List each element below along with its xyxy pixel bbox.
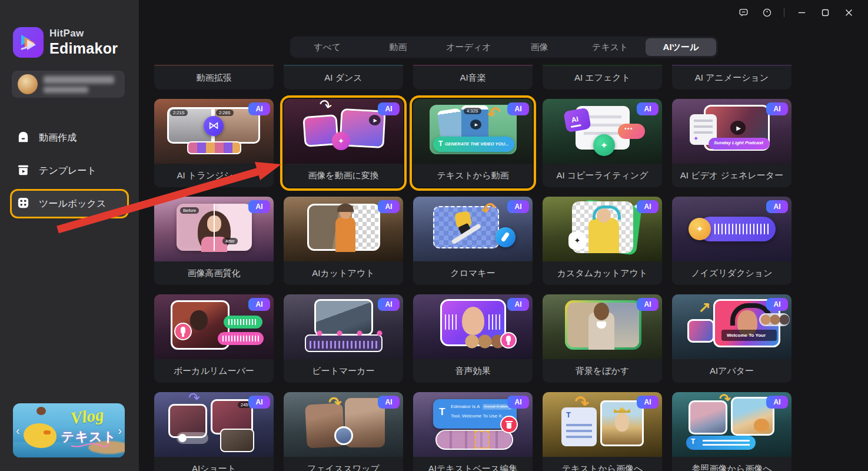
tool-label: AIテキストベース編集	[413, 457, 533, 471]
tool-card-beat-marker[interactable]: AIビートマーカー	[284, 294, 403, 383]
tab-オーディオ[interactable]: オーディオ	[433, 38, 504, 56]
ai-badge: AI	[507, 396, 529, 409]
thumb-art	[500, 332, 517, 349]
promo-prev-button[interactable]: ‹	[16, 424, 20, 436]
ai-badge: AI	[766, 200, 788, 213]
thumb-text-t1: Sunday Light Podcast	[714, 140, 763, 146]
tab-画像[interactable]: 画像	[504, 38, 575, 56]
tool-label: AI音楽	[413, 66, 533, 89]
record-circle-icon[interactable]	[758, 5, 776, 20]
tool-card-ai-avatar[interactable]: Welcome To YourAIAIアバター	[672, 294, 791, 383]
tools-grid: AI動画拡張AIAI ダンスAIAI音楽AIAI エフェクトAIAI アニメーシ…	[154, 65, 868, 471]
thumb-text-t1: AI	[571, 115, 579, 125]
sidebar-item-toolbox[interactable]: ツールボックス	[12, 191, 127, 217]
tool-thumbnail: AI	[284, 99, 403, 164]
close-icon[interactable]	[840, 5, 857, 20]
sidebar-item-video-create[interactable]: 動画作成	[12, 125, 127, 151]
tool-card-ai-transition[interactable]: 2:21S2:26SAIAI トランジション	[154, 99, 274, 187]
tool-thumbnail: AI	[543, 392, 662, 457]
thumb-text-t1: Welcome To Your	[727, 333, 766, 339]
tool-card-image-enhance[interactable]: BeforeAfterAI画像高画質化	[154, 197, 274, 285]
tool-label: AI コピーライティング	[543, 164, 662, 187]
thumb-art	[328, 393, 342, 412]
tool-card-ref-image-to-image[interactable]: AI参照画像から画像へ	[672, 392, 791, 471]
tool-card-ai-music[interactable]: AIAI音楽	[413, 65, 533, 89]
ai-badge: AI	[507, 298, 529, 311]
tool-card-ai-copywriting[interactable]: AI•••AIAI コピーライティング	[543, 99, 662, 187]
tool-card-video-extend[interactable]: AI動画拡張	[154, 65, 274, 89]
tool-card-ai-video-generator[interactable]: Sunday Light PodcastAIAI ビデオ ジェネレーター	[672, 99, 791, 187]
tool-thumbnail: Edimakor Is AGood EditingTool, Welcome T…	[413, 392, 533, 457]
ai-badge: AI	[637, 298, 659, 311]
duck-beak	[44, 430, 51, 434]
tab-動画[interactable]: 動画	[363, 38, 433, 56]
brand-company: HitPaw	[49, 28, 118, 39]
tool-card-ai-dance[interactable]: AIAI ダンス	[284, 65, 403, 89]
tool-thumbnail: AI	[672, 392, 791, 457]
tool-card-text-to-image[interactable]: AIテキストから画像へ	[543, 392, 662, 471]
tool-card-ai-short[interactable]: 245AIAIショート	[154, 392, 274, 471]
tab-すべて[interactable]: すべて	[292, 38, 363, 56]
tool-card-blur-background[interactable]: AI背景をぼかす	[543, 294, 662, 383]
ai-badge: AI	[378, 200, 400, 213]
tool-label: カスタムカットアウト	[543, 261, 662, 285]
maximize-icon[interactable]	[816, 5, 834, 20]
tool-label: AI アニメーション	[672, 66, 791, 89]
toolbox-icon	[16, 196, 30, 212]
promo-next-button[interactable]: ›	[118, 424, 122, 436]
tool-thumbnail: 4:32SGENERATE THE VIDEO YOU...AI	[413, 99, 533, 164]
thumb-art	[218, 332, 264, 345]
thumb-art	[488, 314, 503, 330]
tool-label: 画像高画質化	[154, 261, 274, 285]
tool-thumbnail: AI	[413, 197, 533, 261]
tool-label: AI ビデオ ジェネレーター	[672, 164, 791, 187]
sidebar-item-templates[interactable]: テンプレート	[12, 158, 127, 184]
ai-badge: AI	[766, 396, 788, 409]
tool-label: ボーカルリムーバー	[154, 359, 274, 383]
thumb-art	[561, 407, 597, 446]
thumb-art	[495, 227, 516, 247]
tool-card-chroma-key[interactable]: AIクロマキー	[413, 197, 533, 285]
tool-card-ai-effect[interactable]: AIAI エフェクト	[543, 65, 662, 89]
tool-label: AIショート	[154, 457, 274, 471]
tool-label: 参照画像から画像へ	[672, 457, 791, 471]
tool-card-text-to-video[interactable]: 4:32SGENERATE THE VIDEO YOU...AIテキストから動画	[413, 99, 533, 187]
tool-card-sound-effect[interactable]: AI音声効果	[413, 294, 533, 383]
promo-banner[interactable]: Vlog テキスト ‹ ›	[13, 403, 125, 457]
titlebar-divider	[784, 8, 784, 17]
thumb-art	[335, 217, 355, 252]
tool-card-custom-cutout[interactable]: AIカスタムカットアウト	[543, 197, 662, 285]
tool-card-face-swap[interactable]: AIフェイススワップ	[284, 392, 403, 471]
tab-bar: すべて動画オーディオ画像テキストAIツール	[290, 37, 718, 58]
tool-card-noise-reduction[interactable]: AIノイズリダクション	[672, 197, 791, 285]
tool-label: AIアバター	[672, 359, 791, 383]
tab-AIツール[interactable]: AIツール	[646, 38, 716, 56]
minimize-icon[interactable]	[793, 5, 810, 20]
thumb-art	[593, 134, 615, 156]
feedback-bubble-icon[interactable]	[734, 5, 752, 20]
thumb-art	[224, 316, 262, 329]
brand: HitPaw Edimakor	[13, 27, 118, 58]
thumb-text-t1: 2:21S	[170, 110, 188, 116]
thumb-text-t2: After	[222, 238, 238, 244]
thumb-art	[305, 334, 383, 352]
tool-card-ai-text-edit[interactable]: Edimakor Is AGood EditingTool, Welcome T…	[413, 392, 533, 471]
tool-label: フェイススワップ	[284, 457, 403, 471]
thumb-art	[568, 232, 586, 250]
thumb-art	[214, 204, 215, 251]
ai-badge: AI	[507, 200, 529, 213]
tool-card-ai-cutout[interactable]: AIAIカットアウト	[284, 197, 403, 285]
brand-product: Edimakor	[49, 40, 118, 57]
tool-label: 画像を動画に変換	[284, 164, 403, 187]
thumb-text-t2: GENERATE THE VIDEO YOU...	[445, 141, 508, 147]
tool-card-image-to-video[interactable]: AI画像を動画に変換	[284, 99, 403, 187]
kid-head	[36, 407, 46, 415]
ai-badge: AI	[637, 102, 659, 115]
tool-thumbnail: AI	[543, 197, 662, 261]
main-content: すべて動画オーディオ画像テキストAIツール AI動画拡張AIAI ダンスAIAI…	[139, 0, 868, 471]
tool-card-vocal-remover[interactable]: AIボーカルリムーバー	[154, 294, 274, 383]
tool-thumbnail: Welcome To YourAI	[672, 294, 791, 359]
tab-テキスト[interactable]: テキスト	[575, 38, 646, 56]
tool-card-ai-animation[interactable]: AIAI アニメーション	[672, 65, 791, 89]
user-account-chip[interactable]	[12, 71, 125, 98]
